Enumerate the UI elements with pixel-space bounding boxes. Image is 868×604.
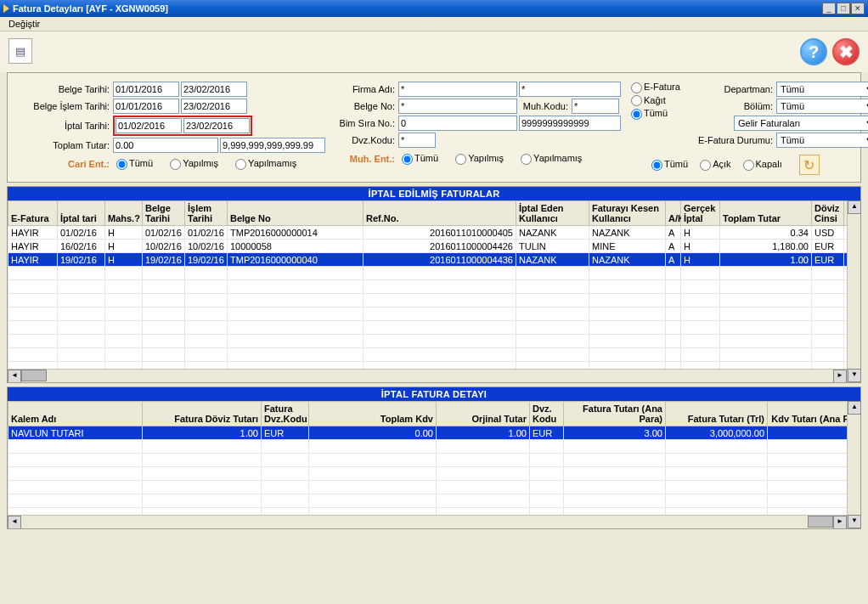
muh-kodu[interactable] [572,99,619,114]
durum-acik[interactable]: Açık [696,159,730,171]
toolbar: ▤ ? ✖ [0,31,868,72]
cari-yapilmamis[interactable]: Yapılmamış [232,158,296,170]
r-efatura[interactable]: E-Fatura [628,82,680,93]
grid-invoice-detail: İPTAL FATURA DETAYI Kalem AdıFatura Dövi… [7,387,861,529]
muh-tumu[interactable]: Tümü [398,153,438,165]
lbl-toplam-tutar: Toplam Tutar: [13,140,113,150]
titlebar[interactable]: Fatura Detayları [AYF - XGNW0059] _ □ ✕ [0,0,868,17]
belge-islem-from[interactable] [113,99,179,114]
grid1-hscroll[interactable]: ◄► [8,369,847,382]
grid2-header[interactable]: Fatura Dvz.Kodu [262,402,309,426]
grid2-table[interactable]: Kalem AdıFatura Döviz TutarıFatura Dvz.K… [8,401,847,515]
filter-panel: Belge Tarihi: Belge İşlem Tarihi: İptal … [7,72,861,183]
lbl-firma-adi: Firma Adı: [332,84,398,94]
grid1-title: İPTAL EDİLMİŞ FATURALAR [8,187,860,200]
lbl-cari-ent: Cari Ent.: [13,159,113,169]
bim-sira-to[interactable] [519,116,621,131]
grid1-header[interactable]: Gerçek İptal [681,201,720,226]
belge-tarihi-to[interactable] [181,82,247,97]
table-row[interactable]: HAYIR19/02/16H19/02/1619/02/16TMP2016000… [8,253,848,267]
lbl-belge-no: Belge No: [332,101,398,111]
muh-yapilmis[interactable]: Yapılmış [452,153,504,165]
document-icon[interactable]: ▤ [8,38,32,64]
efatura-durumu-combo[interactable]: Tümü [776,133,868,148]
lbl-muh-ent: Muh. Ent.: [332,154,398,164]
cari-yapilmis[interactable]: Yapılmış [166,158,218,170]
lbl-belge-tarihi: Belge Tarihi: [13,84,113,94]
iptal-tarihi-highlight [113,116,252,136]
grid1-vscroll[interactable]: ▲▼ [847,200,860,382]
grid2-header[interactable]: Fatura Tutarı (Trl) [666,402,768,426]
table-row[interactable]: HAYIR16/02/16H10/02/1610/02/161000005820… [8,240,848,253]
grid1-header[interactable]: İptal tari [58,201,105,226]
grid1-header[interactable]: Toplam Tutar [720,201,812,226]
toplam-tutar-from[interactable] [113,138,218,153]
grid2-title: İPTAL FATURA DETAYI [8,387,860,401]
lbl-belge-islem-tarihi: Belge İşlem Tarihi: [13,101,113,111]
window-title: Fatura Detayları [AYF - XGNW0059] [13,0,821,17]
grid1-header[interactable]: İşlem Tarihi [185,201,228,226]
grid-cancelled-invoices: İPTAL EDİLMİŞ FATURALAR E-Faturaİptal ta… [7,186,861,383]
grid2-header[interactable]: Kdv Tutarı (Ana Para) [768,402,848,426]
dvz-kodu[interactable] [398,133,436,148]
durum-kapali[interactable]: Kapalı [740,159,782,171]
lbl-efatura-durumu: E-Fatura Durumu: [691,135,776,145]
grid1-header[interactable]: E-Fatura [8,201,58,226]
departman-combo[interactable]: Tümü [776,82,868,97]
iptal-tarihi-to[interactable] [183,118,250,133]
muh-yapilmamis[interactable]: Yapılmamış [517,153,582,165]
belge-tarihi-from[interactable] [113,82,179,97]
lbl-bim-sira: Bim Sıra No.: [332,118,398,128]
toplam-tutar-to[interactable] [220,138,325,153]
grid2-header[interactable]: Dvz. Kodu [530,402,564,426]
grid2-header[interactable]: Orjinal Tutar [437,402,530,426]
grid1-header[interactable]: M [844,201,848,226]
help-button[interactable]: ? [800,38,827,65]
belge-no[interactable] [398,99,517,114]
firma-adi-from[interactable] [398,82,517,97]
maximize-button[interactable]: □ [837,3,850,14]
cari-tumu[interactable]: Tümü [113,158,153,170]
grid2-header[interactable]: Toplam Kdv [309,402,437,426]
grid1-header[interactable]: Döviz Cinsi [812,201,844,226]
table-row[interactable]: HAYIR01/02/16H01/02/1601/02/16TMP2016000… [8,226,848,240]
close-button[interactable]: ✖ [832,38,860,65]
table-row[interactable]: NAVLUN TUTARI1.00EUR0.001.00EUR3.003,000… [8,426,848,440]
lbl-muh-kodu: Muh.Kodu: [519,101,572,111]
grid1-header[interactable]: Belge Tarihi [143,201,185,226]
bolum-combo[interactable]: Tümü [776,99,868,114]
grid1-table[interactable]: E-Faturaİptal tariMahs.?Belge Tarihiİşle… [8,200,847,369]
grid1-header[interactable]: Ref.No. [364,201,516,226]
menubar: Değiştir [0,17,868,31]
iptal-tarihi-from[interactable] [116,118,182,133]
grid2-header[interactable]: Kalem Adı [8,402,143,426]
lbl-iptal-tarihi: İptal Tarihi: [13,121,113,131]
durum-tumu[interactable]: Tümü [648,159,688,171]
grid1-header[interactable]: İptal Eden Kullanıcı [516,201,589,226]
menu-degistir[interactable]: Değiştir [3,17,45,31]
lbl-departman: Departman: [691,84,776,94]
grid1-header[interactable]: Belge No [228,201,364,226]
minimize-button[interactable]: _ [822,3,836,14]
lbl-bolum: Bölüm: [691,101,776,111]
bim-sira-from[interactable] [398,116,517,131]
grid1-header[interactable]: A/K [666,201,681,226]
title-icon [3,4,9,13]
grid1-header[interactable]: Faturayı Kesen Kullanıcı [589,201,666,226]
grid2-vscroll[interactable]: ▲▼ [847,401,860,528]
close-window-button[interactable]: ✕ [851,3,865,14]
r-ftip-tumu[interactable]: Tümü [628,108,668,120]
belge-islem-to[interactable] [181,99,247,114]
fatura-tipi-combo[interactable]: Gelir Faturaları [734,116,868,131]
r-kagit[interactable]: Kağıt [628,95,666,107]
refresh-button[interactable]: ↻ [799,155,820,175]
lbl-dvz-kodu: Dvz.Kodu: [332,135,398,145]
grid2-hscroll[interactable]: ◄► [8,515,847,528]
app-window: Fatura Detayları [AYF - XGNW0059] _ □ ✕ … [0,0,868,604]
grid2-header[interactable]: Fatura Döviz Tutarı [143,402,262,426]
grid2-header[interactable]: Fatura Tutarı (Ana Para) [564,402,666,426]
firma-adi-to[interactable] [519,82,621,97]
grid1-header[interactable]: Mahs.? [105,201,143,226]
